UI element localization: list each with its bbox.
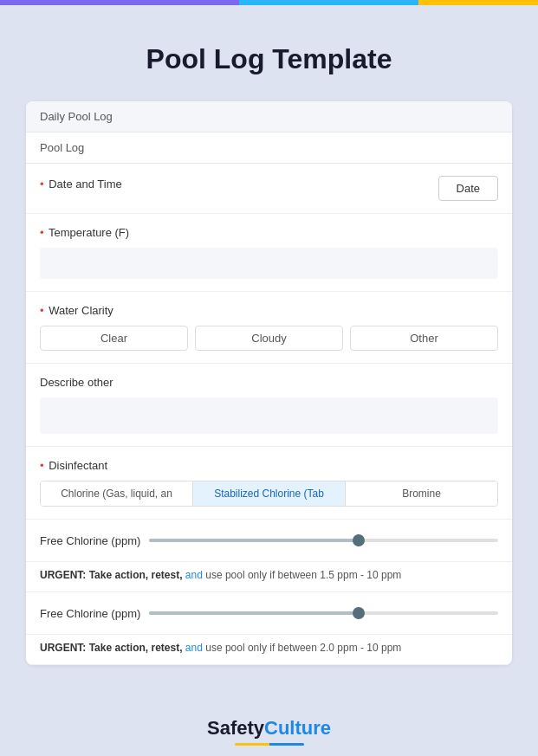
slider-track	[149, 539, 498, 542]
disinfectant-options: Chlorine (Gas, liquid, an Stabilized Chl…	[40, 481, 498, 507]
water-clarity-label: • Water Clarity	[40, 304, 498, 317]
clarity-other-button[interactable]: Other	[350, 326, 498, 351]
required-marker: •	[40, 304, 44, 317]
free-chlorine-1-row: Free Chlorine (ppm)	[40, 532, 498, 549]
describe-other-label: Describe other	[40, 376, 498, 389]
urgent-rest-1: use pool only if between 1.5 ppm - 10 pp…	[205, 569, 401, 581]
slider-thumb[interactable]	[353, 534, 365, 546]
free-chlorine-2-label: Free Chlorine (ppm)	[40, 607, 140, 620]
main-card: Daily Pool Log Pool Log • Date and Time …	[26, 101, 512, 665]
footer: SafetyCulture	[0, 691, 538, 756]
required-marker: •	[40, 226, 44, 239]
urgent-and-1: and	[185, 569, 203, 581]
clarity-clear-button[interactable]: Clear	[40, 326, 188, 351]
free-chlorine-1-slider[interactable]	[149, 532, 498, 549]
required-marker: •	[40, 459, 44, 472]
brand-logo: SafetyCulture	[17, 717, 521, 740]
date-time-field: • Date and Time Date	[26, 164, 512, 214]
water-clarity-field: • Water Clarity Clear Cloudy Other	[26, 292, 512, 364]
date-button[interactable]: Date	[438, 176, 498, 201]
slider-fill-2	[149, 611, 359, 615]
temperature-label: • Temperature (F)	[40, 226, 498, 239]
temperature-field: • Temperature (F)	[26, 214, 512, 292]
free-chlorine-2-slider[interactable]	[149, 604, 498, 622]
temperature-input[interactable]	[40, 248, 498, 279]
progress-yellow	[418, 0, 538, 5]
progress-blue	[239, 0, 418, 5]
urgent-text-2: URGENT: Take action, retest, and use poo…	[26, 635, 512, 665]
free-chlorine-1-label: Free Chlorine (ppm)	[40, 534, 140, 547]
disinfectant-bromine-button[interactable]: Bromine	[346, 481, 497, 506]
disinfectant-stabilized-button[interactable]: Stabilized Chlorine (Tab	[193, 481, 346, 506]
brand-culture: Culture	[264, 717, 331, 739]
disinfectant-field: • Disinfectant Chlorine (Gas, liquid, an…	[26, 447, 512, 520]
brand-underline	[235, 743, 304, 746]
disinfectant-chlorine-button[interactable]: Chlorine (Gas, liquid, an	[41, 481, 193, 506]
required-marker: •	[40, 178, 44, 191]
page-title: Pool Log Template	[0, 0, 538, 93]
slider-track-2	[149, 611, 498, 615]
describe-other-input[interactable]	[40, 397, 498, 434]
free-chlorine-1-field: Free Chlorine (ppm)	[26, 520, 512, 562]
date-time-row: • Date and Time Date	[40, 176, 498, 201]
urgent-and-2: and	[185, 642, 203, 654]
urgent-bold-2: URGENT: Take action, retest,	[40, 642, 185, 654]
water-clarity-options: Clear Cloudy Other	[40, 326, 498, 351]
date-time-label: • Date and Time	[40, 178, 122, 191]
disinfectant-label: • Disinfectant	[40, 459, 498, 472]
clarity-cloudy-button[interactable]: Cloudy	[195, 326, 343, 351]
urgent-rest-2: use pool only if between 2.0 ppm - 10 pp…	[205, 642, 401, 654]
slider-fill	[149, 539, 359, 542]
urgent-text-1: URGENT: Take action, retest, and use poo…	[26, 562, 512, 592]
free-chlorine-2-field: Free Chlorine (ppm)	[26, 592, 512, 635]
pool-log-header: Pool Log	[26, 132, 512, 164]
slider-thumb-2[interactable]	[353, 607, 365, 619]
progress-purple	[0, 0, 239, 5]
describe-other-field: Describe other	[26, 364, 512, 447]
urgent-bold-1: URGENT: Take action, retest,	[40, 569, 185, 581]
brand-safety: Safety	[207, 717, 264, 739]
section-header: Daily Pool Log	[26, 101, 512, 132]
free-chlorine-2-row: Free Chlorine (ppm)	[40, 604, 498, 622]
top-progress-bar	[0, 0, 538, 5]
